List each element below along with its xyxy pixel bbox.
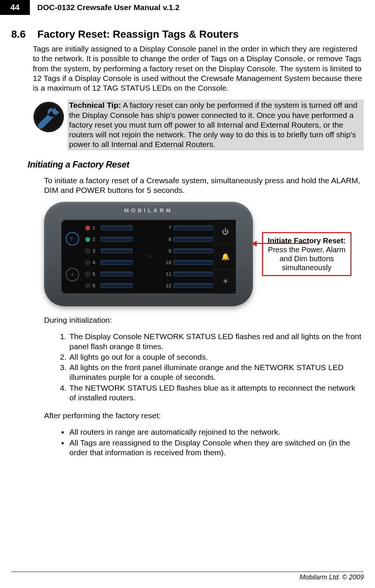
- device-brand-label: MOBILARM: [124, 207, 173, 213]
- page-number: 44: [0, 0, 30, 15]
- callout-box: Initiate Factory Reset: Press the Power,…: [262, 232, 351, 276]
- panel-center-icon: ༄: [138, 225, 160, 288]
- during-item-3: All lights on the front panel illuminate…: [69, 363, 364, 382]
- led-col-right: 7 8 9 10 11 12: [165, 225, 213, 288]
- led-row-12: 12: [165, 283, 213, 288]
- led-area: 1 2 3 4 5 6 ༄ 7 8 9 10 11 12: [84, 220, 214, 294]
- dim-button-icon: ☀: [215, 269, 236, 294]
- led-row-2: 2: [85, 237, 132, 242]
- page-footer: Mobilarm Ltd. © 2009: [11, 572, 364, 581]
- led-row-5: 5: [85, 271, 132, 277]
- section-number: 8.6: [11, 28, 26, 40]
- during-label: During initialization:: [44, 315, 364, 325]
- during-item-4: The NETWORK STATUS LED flashes blue as i…: [69, 383, 364, 403]
- device-panel: ᯤ ⌖ 1 2 3 4 5 6 ༄: [61, 220, 236, 294]
- page-header: 44 DOC-0132 Crewsafe User Manual v.1.2: [0, 0, 375, 15]
- tip-box: Technical Tip: A factory reset can only …: [68, 100, 364, 150]
- callout-arrow: [253, 243, 309, 244]
- led-row-9: 9: [165, 248, 213, 254]
- technical-tip: Technical Tip: A factory reset can only …: [33, 100, 364, 150]
- led-row-1: 1: [85, 225, 132, 231]
- led-row-3: 3: [85, 248, 132, 254]
- panel-right-buttons: ⏻ 🔔 ☀: [214, 220, 236, 294]
- led-row-10: 10: [165, 260, 213, 265]
- initiate-paragraph: To initiate a factory reset of a Crewsaf…: [44, 176, 364, 196]
- power-button-icon: ⏻: [215, 220, 236, 244]
- device-figure: MOBILARM ᯤ ⌖ 1 2 3 4 5: [44, 202, 364, 306]
- tip-label: Technical Tip:: [69, 101, 121, 109]
- display-console-image: MOBILARM ᯤ ⌖ 1 2 3 4 5: [44, 202, 253, 306]
- during-item-2: All lights go out for a couple of second…: [69, 352, 364, 362]
- intro-paragraph: Tags are initially assigned to a Display…: [33, 44, 364, 93]
- section-heading: 8.6 Factory Reset: Reassign Tags & Route…: [11, 28, 364, 40]
- led-row-7: 7: [165, 225, 213, 231]
- after-label: After performing the factory reset:: [44, 411, 364, 420]
- led-row-11: 11: [165, 271, 213, 277]
- during-item-1: The Display Console NETWORK STATUS LED f…: [69, 332, 364, 351]
- net-icon: ᯤ: [66, 232, 79, 245]
- panel-left-icons: ᯤ ⌖: [61, 220, 84, 294]
- gps-icon: ⌖: [66, 268, 79, 281]
- after-list: All routers in range are automatically r…: [59, 427, 364, 457]
- subsection-heading: Initiating a Factory Reset: [28, 159, 364, 170]
- during-list: The Display Console NETWORK STATUS LED f…: [59, 332, 364, 403]
- led-row-8: 8: [165, 237, 213, 242]
- section-title-text: Factory Reset: Reassign Tags & Routers: [37, 28, 238, 40]
- callout-text: Press the Power, Alarm and Dim buttons s…: [267, 245, 347, 272]
- after-item-1: All routers in range are automatically r…: [69, 427, 364, 437]
- led-row-4: 4: [85, 260, 132, 265]
- alarm-button-icon: 🔔: [215, 244, 236, 269]
- document-title: DOC-0132 Crewsafe User Manual v.1.2: [30, 0, 179, 15]
- led-row-6: 6: [85, 283, 132, 288]
- wrench-icon: [33, 101, 65, 133]
- after-item-2: All Tags are reassigned to the Display C…: [69, 438, 364, 458]
- led-col-left: 1 2 3 4 5 6: [85, 225, 132, 288]
